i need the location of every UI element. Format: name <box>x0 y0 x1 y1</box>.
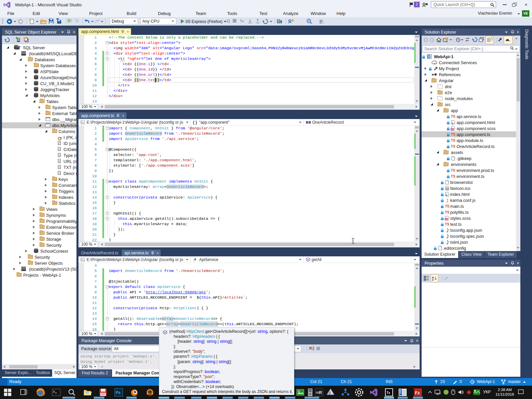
svg-text:m: m <box>316 391 319 394</box>
svg-text:Ps: Ps <box>116 390 121 395</box>
svg-text:7z: 7z <box>386 391 390 395</box>
svg-text:λ: λ <box>329 391 331 395</box>
svg-text:SASS: SASS <box>445 218 449 220</box>
svg-text:SASS: SASS <box>451 129 455 131</box>
svg-text:R: R <box>319 390 322 395</box>
svg-text:Fz: Fz <box>415 390 420 395</box>
svg-text:Z: Z <box>432 278 434 281</box>
